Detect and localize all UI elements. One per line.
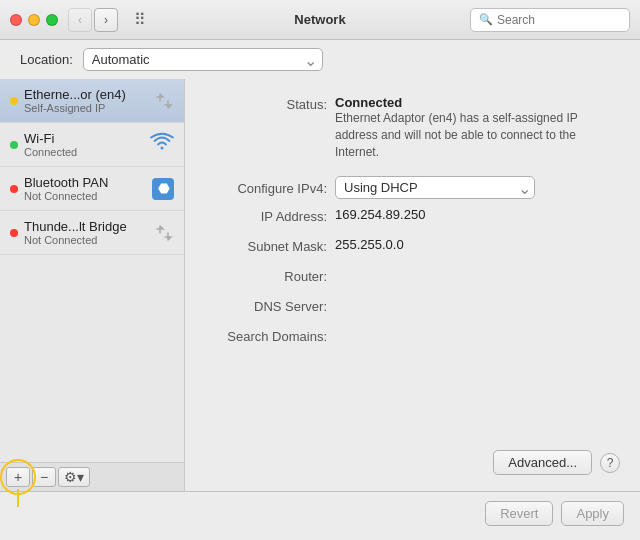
status-row: Status: Connected Ethernet Adaptor (en4)… [205,95,620,160]
add-btn-container: + [6,467,30,487]
main-content: Etherne...or (en4) Self-Assigned IP Wi-F… [0,79,640,491]
traffic-lights [10,14,58,26]
router-label: Router: [205,267,335,284]
status-dot-red [10,229,18,237]
wifi-icon [150,132,174,157]
help-button[interactable]: ? [600,453,620,473]
search-domains-label: Search Domains: [205,327,335,344]
revert-button[interactable]: Revert [485,501,553,526]
sidebar-item-info: Thunde...lt Bridge Not Connected [24,219,154,246]
sidebar-item-sub: Connected [24,146,150,158]
minimize-button[interactable] [28,14,40,26]
status-label: Status: [205,95,335,112]
gear-icon: ⚙▾ [64,469,84,485]
sidebar-item-info: Bluetooth PAN Not Connected [24,175,152,202]
sidebar-item-wifi[interactable]: Wi-Fi Connected [0,123,184,167]
search-domains-row: Search Domains: [205,327,620,349]
back-button[interactable]: ‹ [68,8,92,32]
status-dot-yellow [10,97,18,105]
configure-ipv4-select[interactable]: Using DHCP [335,176,535,199]
sidebar-item-ethernet[interactable]: Etherne...or (en4) Self-Assigned IP [0,79,184,123]
sidebar-item-thunderbolt[interactable]: Thunde...lt Bridge Not Connected [0,211,184,255]
search-icon: 🔍 [479,13,493,26]
dns-server-row: DNS Server: [205,297,620,319]
sidebar-item-name: Etherne...or (en4) [24,87,154,102]
nav-buttons: ‹ › [68,8,118,32]
subnet-label: Subnet Mask: [205,237,335,254]
configure-label: Configure IPv4: [205,179,335,196]
sidebar-item-sub: Self-Assigned IP [24,102,154,114]
location-bar: Location: Automatic ⌄ [0,40,640,79]
sidebar-list: Etherne...or (en4) Self-Assigned IP Wi-F… [0,79,184,462]
status-description: Ethernet Adaptor (en4) has a self-assign… [335,111,578,159]
sidebar-item-info: Etherne...or (en4) Self-Assigned IP [24,87,154,114]
location-select-wrap: Automatic ⌄ [83,48,323,71]
sidebar-item-sub: Not Connected [24,234,154,246]
ip-value: 169.254.89.250 [335,207,425,222]
add-network-button[interactable]: + [6,467,30,487]
subnet-value: 255.255.0.0 [335,237,404,252]
remove-network-button[interactable]: − [32,467,56,487]
dns-label: DNS Server: [205,297,335,314]
location-label: Location: [20,52,73,67]
ip-label: IP Address: [205,207,335,224]
detail-panel: Status: Connected Ethernet Adaptor (en4)… [185,79,640,491]
sidebar-item-name: Bluetooth PAN [24,175,152,190]
apply-button[interactable]: Apply [561,501,624,526]
ip-address-row: IP Address: 169.254.89.250 [205,207,620,229]
status-value-container: Connected Ethernet Adaptor (en4) has a s… [335,95,620,160]
search-input[interactable] [497,13,621,27]
sidebar-item-info: Wi-Fi Connected [24,131,150,158]
router-row: Router: [205,267,620,289]
sidebar-item-bluetooth[interactable]: Bluetooth PAN Not Connected ⬣ [0,167,184,211]
forward-button[interactable]: › [94,8,118,32]
subnet-mask-row: Subnet Mask: 255.255.0.0 [205,237,620,259]
sidebar-bottom: + − ⚙▾ [0,462,184,491]
sidebar-item-name: Thunde...lt Bridge [24,219,154,234]
sidebar-item-sub: Not Connected [24,190,152,202]
search-bar[interactable]: 🔍 [470,8,630,32]
location-select[interactable]: Automatic [83,48,323,71]
grid-button[interactable]: ⠿ [128,8,152,32]
arrows-icon [154,93,174,109]
advanced-button[interactable]: Advanced... [493,450,592,475]
sidebar-item-name: Wi-Fi [24,131,150,146]
titlebar: ‹ › ⠿ Network 🔍 [0,0,640,40]
gear-button[interactable]: ⚙▾ [58,467,90,487]
maximize-button[interactable] [46,14,58,26]
bottom-bar: Revert Apply [0,491,640,535]
window-title: Network [294,12,345,27]
thunderbolt-arrows-icon [154,225,174,241]
close-button[interactable] [10,14,22,26]
status-value: Connected [335,95,402,110]
advanced-row: Advanced... ? [205,450,620,475]
status-dot-red [10,185,18,193]
bluetooth-icon: ⬣ [152,178,174,200]
status-dot-green [10,141,18,149]
configure-select-wrap: Using DHCP ⌄ [335,176,535,199]
sidebar: Etherne...or (en4) Self-Assigned IP Wi-F… [0,79,185,491]
configure-ipv4-row: Configure IPv4: Using DHCP ⌄ [205,176,620,199]
